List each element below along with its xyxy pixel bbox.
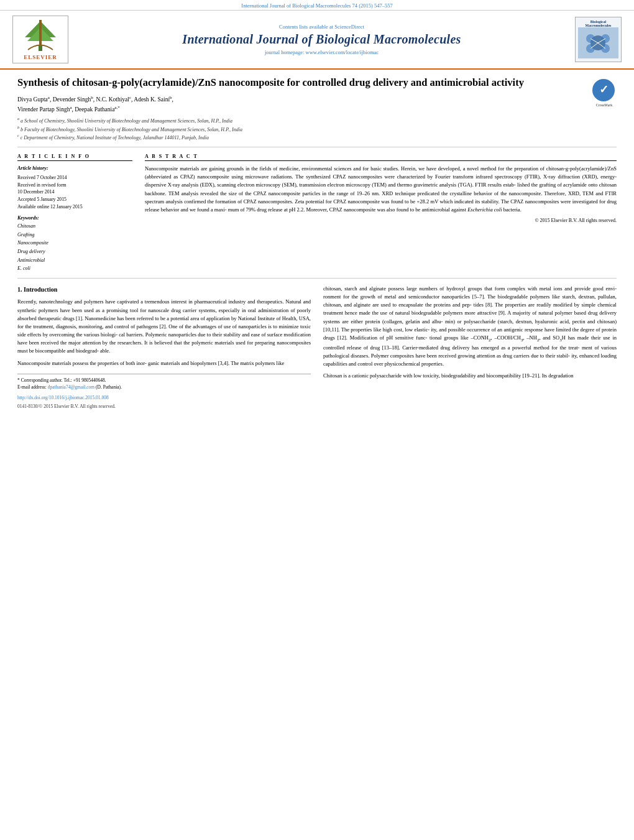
homepage-line: journal homepage: www.elsevier.com/locat… xyxy=(81,49,563,55)
copyright-line: © 2015 Elsevier B.V. All rights reserved… xyxy=(145,218,617,223)
elsevier-wordmark: ELSEVIER xyxy=(16,54,65,60)
body-section: 1. Introduction Recently, nanotechnology… xyxy=(17,285,617,410)
article-history: Article history: Received 7 October 2014… xyxy=(17,165,132,210)
abstract-label: A B S T R A C T xyxy=(145,154,617,161)
journal-citation: International Journal of Biological Macr… xyxy=(0,0,634,11)
footnote-area: * Corresponding author. Tel.: +91 980544… xyxy=(17,374,311,391)
section1-heading: 1. Introduction xyxy=(17,285,311,295)
article-info-label: A R T I C L E I N F O xyxy=(17,154,132,161)
available-date: Available online 12 January 2015 xyxy=(17,203,132,211)
body-col-left: 1. Introduction Recently, nanotechnology… xyxy=(17,285,311,410)
elsevier-logo: ELSEVIER xyxy=(12,16,68,63)
intro-para-3: chitosan, starch and alginate possess la… xyxy=(323,285,617,368)
crossmark-icon: ✓ xyxy=(592,78,615,102)
article-title-section: Synthesis of chitosan-g-poly(acrylamide)… xyxy=(17,76,617,147)
article-authors: Divya Guptaa, Devender Singhb, N.C. Koth… xyxy=(17,95,582,114)
elsevier-tree-icon xyxy=(19,19,62,53)
abstract-text: Nanocomposite materials are gaining grou… xyxy=(145,165,617,214)
history-title: Article history: xyxy=(17,165,132,173)
svg-text:✓: ✓ xyxy=(599,83,609,96)
email-line: E-mail address: dpathania74@gmail.com (D… xyxy=(17,384,311,390)
keyword-2: Grafting xyxy=(17,231,132,239)
journal-header: ELSEVIER Contents lists available at Sci… xyxy=(0,11,634,70)
article-affiliations: a a School of Chemistry, Shoolini Univer… xyxy=(17,116,582,142)
article-content: Synthesis of chitosan-g-poly(acrylamide)… xyxy=(0,70,634,416)
crossmark-label: CrossMark xyxy=(592,103,617,107)
sciencedirect-link[interactable]: ScienceDirect xyxy=(334,24,364,30)
article-info-column: A R T I C L E I N F O Article history: R… xyxy=(17,154,132,273)
keywords-title: Keywords: xyxy=(17,215,132,221)
svg-rect-3 xyxy=(39,20,42,45)
intro-para-4: Chitosan is a cationic polysaccharide wi… xyxy=(323,372,617,380)
revised-date: 10 December 2014 xyxy=(17,188,132,196)
corresponding-author-note: * Corresponding author. Tel.: +91 980544… xyxy=(17,377,311,384)
intro-para-1: Recently, nanotechnology and polymers ha… xyxy=(17,298,311,355)
keyword-5: Antimicrobial xyxy=(17,256,132,265)
crossmark-logo: ✓ CrossMark xyxy=(592,78,617,107)
article-info-abstract: A R T I C L E I N F O Article history: R… xyxy=(17,154,617,279)
intro-para-2: Nanocomposite materials possess the prop… xyxy=(17,359,311,367)
article-title: Synthesis of chitosan-g-poly(acrylamide)… xyxy=(17,76,582,90)
keywords-block: Keywords: Chitosan Grafting Nanocomposit… xyxy=(17,215,132,273)
homepage-link[interactable]: www.elsevier.com/locate/ijbiomac xyxy=(306,49,379,55)
revised-label: Received in revised form xyxy=(17,182,132,189)
body-col-right: chitosan, starch and alginate possess la… xyxy=(323,285,617,410)
body-two-col: 1. Introduction Recently, nanotechnology… xyxy=(17,285,617,410)
article-title-text: Synthesis of chitosan-g-poly(acrylamide)… xyxy=(17,76,582,142)
keyword-6: E. coli xyxy=(17,264,132,273)
header-center: Contents lists available at ScienceDirec… xyxy=(81,24,563,55)
author-email[interactable]: dpathania74@gmail.com xyxy=(48,384,94,390)
keyword-1: Chitosan xyxy=(17,222,132,231)
keyword-4: Drug delivery xyxy=(17,247,132,256)
bio-macro-logo: Biological Macromolecules xyxy=(575,17,622,62)
footer-copyright: 0141-8130/© 2015 Elsevier B.V. All right… xyxy=(17,403,311,410)
contents-available-line: Contents lists available at ScienceDirec… xyxy=(81,24,563,30)
accepted-date: Accepted 5 January 2015 xyxy=(17,196,132,203)
bio-molecule-image xyxy=(578,27,618,58)
doi-line[interactable]: http://dx.doi.org/10.1016/j.ijbiomac.201… xyxy=(17,394,311,402)
email-name: (D. Pathania). xyxy=(96,384,122,390)
keyword-3: Nanocomposite xyxy=(17,239,132,247)
journal-title: International Journal of Biological Macr… xyxy=(81,32,563,47)
abstract-column: A B S T R A C T Nanocomposite materials … xyxy=(145,154,617,273)
received-date: Received 7 October 2014 xyxy=(17,174,132,182)
